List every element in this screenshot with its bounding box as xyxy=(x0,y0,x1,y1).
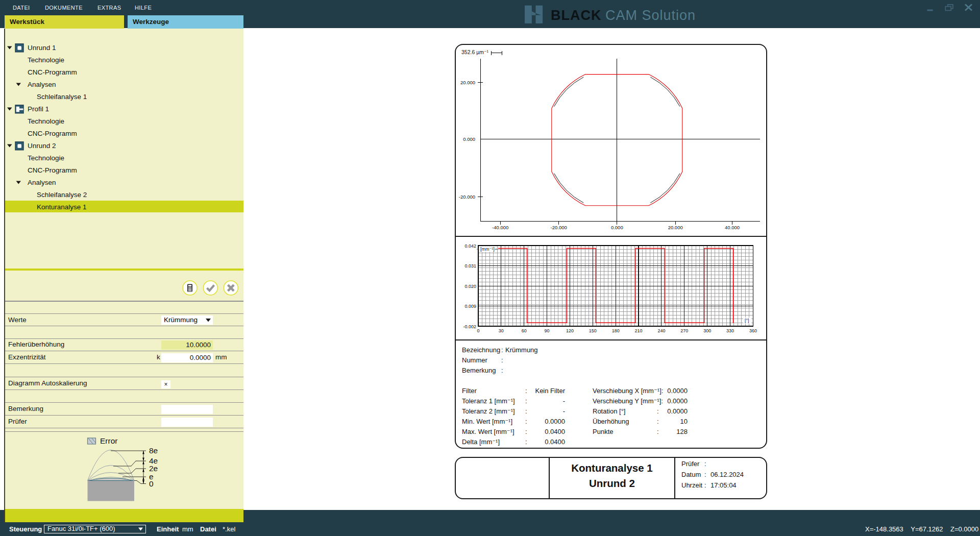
svg-text:0.000: 0.000 xyxy=(611,225,623,230)
svg-text:20.000: 20.000 xyxy=(460,80,475,85)
svg-text:150: 150 xyxy=(589,328,597,333)
svg-text:-20.000: -20.000 xyxy=(459,194,475,200)
svg-text:60: 60 xyxy=(522,328,527,333)
svg-text:0: 0 xyxy=(149,479,154,488)
svg-text:40.000: 40.000 xyxy=(725,225,740,230)
svg-text:0.020: 0.020 xyxy=(464,284,476,289)
svg-text:0: 0 xyxy=(477,328,479,333)
svg-text:[°]: [°] xyxy=(745,318,749,323)
svg-text:270: 270 xyxy=(680,328,688,333)
svg-text:352.6 µm⁻¹: 352.6 µm⁻¹ xyxy=(461,49,489,55)
svg-text:-40.000: -40.000 xyxy=(492,225,508,230)
svg-text:30: 30 xyxy=(499,328,504,333)
svg-text:-20.000: -20.000 xyxy=(551,225,567,230)
svg-text:240: 240 xyxy=(657,328,665,333)
svg-text:0.031: 0.031 xyxy=(464,263,476,269)
svg-text:90: 90 xyxy=(545,328,550,333)
svg-text:300: 300 xyxy=(703,328,711,333)
svg-text:8e: 8e xyxy=(149,446,158,455)
svg-text:[mm⁻¹]: [mm⁻¹] xyxy=(480,247,495,252)
svg-text:330: 330 xyxy=(726,328,734,333)
svg-text:CAM Solution: CAM Solution xyxy=(605,8,696,23)
svg-text:0.042: 0.042 xyxy=(464,243,476,249)
svg-text:Error: Error xyxy=(100,436,117,445)
svg-text:BLACK: BLACK xyxy=(551,8,602,23)
svg-text:120: 120 xyxy=(566,328,574,333)
svg-text:2e: 2e xyxy=(149,464,158,473)
svg-text:180: 180 xyxy=(612,328,620,333)
svg-text:0.000: 0.000 xyxy=(463,136,475,142)
svg-text:0.009: 0.009 xyxy=(464,304,476,309)
svg-text:-0.002: -0.002 xyxy=(463,324,476,329)
svg-text:360: 360 xyxy=(749,328,757,333)
svg-text:210: 210 xyxy=(635,328,643,333)
svg-text:20.000: 20.000 xyxy=(668,225,683,230)
